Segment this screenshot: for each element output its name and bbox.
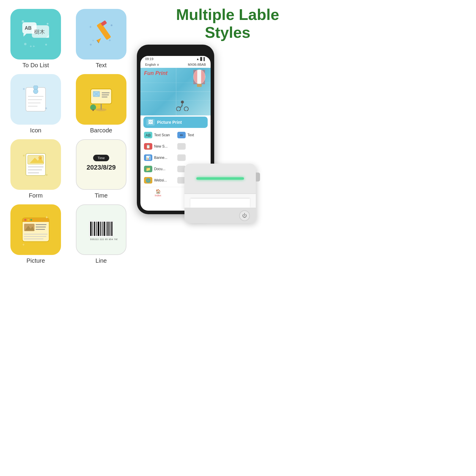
menu-item-banner[interactable]: 📊 Banne... — [143, 153, 175, 162]
menu-item-empty2 — [176, 153, 208, 162]
page-title: Multiple Lable Styles — [146, 6, 309, 42]
svg-point-19 — [90, 44, 92, 46]
svg-rect-69 — [90, 222, 92, 236]
language-selector[interactable]: English ∨ — [145, 63, 159, 67]
map-bg — [140, 68, 211, 115]
list-item: 555222 222 65 854 78522 222 Line — [71, 204, 131, 264]
title-line2: Styles — [146, 24, 309, 42]
title-line1: Multiple Lable — [146, 6, 309, 24]
svg-text:+ +: + + — [30, 44, 35, 48]
svg-rect-73 — [98, 222, 99, 236]
text-label: Text — [187, 133, 194, 137]
todo-icon-box[interactable]: AB 樹木 + + — [10, 9, 61, 60]
svg-point-7 — [47, 23, 48, 25]
menu-item-new[interactable]: 📋 New S... — [143, 142, 175, 151]
svg-point-55 — [24, 219, 26, 221]
svg-point-8 — [24, 43, 26, 45]
svg-rect-71 — [94, 222, 95, 236]
svg-text:+: + — [109, 38, 111, 43]
svg-rect-80 — [111, 222, 112, 236]
list-item: Barcode — [71, 74, 131, 134]
svg-point-27 — [23, 88, 25, 90]
line-icon: 555222 222 65 854 78522 222 — [85, 213, 118, 246]
time-label: Time — [95, 192, 108, 199]
time-icon-box[interactable]: Time 2023/8/29 — [76, 139, 126, 190]
text-icon: ✏ — [177, 132, 186, 138]
svg-text:AB: AB — [25, 26, 32, 31]
form-icon — [19, 148, 52, 181]
svg-rect-78 — [107, 222, 109, 236]
text-label: Text — [96, 62, 107, 69]
sub-bar: English ∨ MX06-8BAB — [140, 62, 211, 68]
form-icon-box[interactable] — [10, 139, 61, 190]
empty-icon2 — [177, 154, 186, 161]
icon-label: Icon — [30, 127, 41, 134]
svg-point-37 — [96, 108, 107, 111]
svg-marker-12 — [97, 38, 101, 43]
svg-text:+: + — [89, 24, 92, 29]
web-label: Websi... — [154, 178, 167, 182]
svg-rect-39 — [93, 109, 94, 111]
menu-item-empty1 — [176, 142, 208, 151]
svg-text:2023/8/29: 2023/8/29 — [87, 164, 116, 171]
svg-rect-79 — [109, 222, 110, 236]
pic-print-icon: 🖼 — [146, 119, 155, 126]
menu-item-text-scan[interactable]: AB Text Scan — [143, 130, 175, 140]
picture-icon: + + — [19, 213, 52, 246]
list-item: Icon — [6, 74, 65, 134]
nav-index-label: Index — [155, 194, 161, 197]
svg-rect-72 — [96, 222, 97, 236]
line-icon-box[interactable]: 555222 222 65 854 78522 222 — [76, 204, 126, 255]
svg-rect-75 — [102, 222, 103, 236]
svg-marker-2 — [24, 34, 26, 37]
device-id: MX06-8BAB — [188, 63, 206, 67]
nav-index[interactable]: 🏠 Index — [155, 189, 161, 197]
text-icon: + + × — [85, 18, 118, 51]
line-label: Line — [95, 257, 107, 264]
printer-light-bar — [196, 177, 244, 180]
svg-rect-76 — [104, 222, 105, 236]
menu-item-doc[interactable]: 📁 Docu... — [143, 164, 175, 174]
barcode-label: Barcode — [90, 127, 112, 134]
printer-device: ⏻ — [184, 164, 262, 235]
signal-icons: ▲ ▊ ▌ — [196, 57, 206, 61]
picture-icon-box[interactable]: + + — [10, 204, 61, 255]
svg-text:+: + — [22, 242, 25, 246]
form-label: Form — [29, 192, 43, 199]
svg-text:Time: Time — [98, 156, 105, 160]
picture-print-button[interactable]: 🖼 Picture Print — [143, 117, 208, 128]
menu-item-web[interactable]: 🌐 Websi... — [143, 176, 175, 185]
list-item: + + Picture — [6, 204, 65, 264]
icon-icon — [19, 83, 52, 116]
text-icon-box[interactable]: + + × — [76, 9, 126, 60]
hero-banner: Fun Print — [140, 68, 211, 115]
printer-paper-slot — [184, 193, 256, 208]
printer-paper — [190, 199, 250, 208]
todo-icon: AB 樹木 + + — [19, 18, 52, 51]
list-item: AB 樹木 + + To Do List — [6, 9, 65, 69]
picture-label: Picture — [26, 257, 45, 264]
new-icon: 📋 — [144, 143, 152, 150]
svg-text:555222  222 65  854 78522  222: 555222 222 65 854 78522 222 — [90, 238, 118, 240]
printer-power-button[interactable]: ⏻ — [239, 210, 250, 221]
picture-print-label: Picture Print — [157, 120, 182, 125]
status-bar: 09:19 ▲ ▊ ▌ — [140, 56, 211, 62]
menu-item-text[interactable]: ✏ Text — [176, 130, 208, 140]
banner-icon: 📊 — [144, 154, 152, 161]
printer-body: ⏻ — [184, 164, 256, 223]
banner-label: Banne... — [154, 156, 167, 160]
printer-side-button[interactable] — [256, 173, 260, 181]
home-icon: 🏠 — [156, 189, 161, 194]
text-scan-icon: AB — [144, 132, 152, 138]
svg-point-48 — [46, 174, 48, 176]
doc-label: Docu... — [154, 167, 165, 171]
list-item: Form — [6, 139, 65, 199]
svg-rect-26 — [34, 86, 38, 89]
phone-notch — [162, 48, 189, 55]
svg-point-57 — [30, 219, 32, 221]
list-item: Time 2023/8/29 Time — [71, 139, 131, 199]
barcode-icon-box[interactable] — [76, 74, 126, 125]
icon-icon-box[interactable] — [10, 74, 61, 125]
svg-point-43 — [38, 156, 42, 159]
svg-rect-77 — [106, 222, 107, 236]
